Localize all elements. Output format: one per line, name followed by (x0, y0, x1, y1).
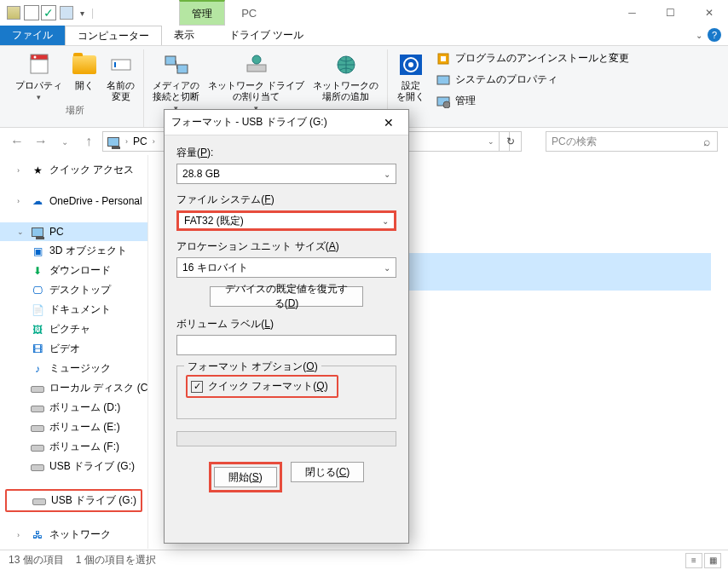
format-options-legend: フォーマット オプション(O) (184, 360, 321, 374)
uninstall-programs-link[interactable]: プログラムのアンインストールと変更 (436, 49, 629, 67)
restore-defaults-button[interactable]: デバイスの既定値を復元する(D) (210, 286, 363, 307)
rename-button[interactable]: 名前の 変更 (103, 49, 138, 104)
properties-button[interactable]: プロパティ ▾ (12, 49, 66, 104)
filesystem-label: ファイル システム(F) (176, 193, 396, 207)
filesystem-select[interactable]: FAT32 (既定)⌄ (176, 210, 396, 231)
allocation-label: アロケーション ユニット サイズ(A) (176, 239, 396, 254)
address-dropdown[interactable]: ⌄ (482, 131, 500, 152)
dialog-close-button[interactable]: ✕ (376, 116, 402, 130)
svg-rect-7 (247, 65, 266, 72)
media-connect-button[interactable]: メディアの 接続と切断 ▾ (149, 49, 203, 114)
map-network-drive-button[interactable]: ネットワーク ドライブ の割り当て ▾ (205, 49, 308, 114)
tab-view[interactable]: 表示 (162, 26, 207, 45)
qat-checkbox-2[interactable] (41, 5, 56, 20)
svg-rect-14 (441, 56, 446, 61)
manage-link[interactable]: 管理 (436, 92, 629, 110)
dialog-title: フォーマット - USB ドライブ (G:) (171, 115, 376, 130)
capacity-select[interactable]: 28.8 GB⌄ (176, 164, 396, 184)
menu-tabs: ファイル コンピューター 表示 ドライブ ツール ⌄ ? (0, 26, 728, 46)
qat-checkbox-1[interactable] (24, 5, 39, 20)
sidebar-usb-drive-g-highlighted[interactable]: USB ドライブ (G:) (5, 489, 142, 512)
svg-rect-6 (177, 65, 188, 73)
help-button[interactable]: ? (708, 28, 721, 42)
view-details-button[interactable]: ≡ (685, 553, 702, 568)
sidebar-volume-f[interactable]: ボリューム (F:) (0, 437, 147, 457)
allocation-select[interactable]: 16 キロバイト⌄ (176, 257, 396, 278)
svg-rect-1 (31, 55, 48, 60)
app-icon (7, 6, 20, 20)
capacity-label: 容量(P): (176, 146, 396, 160)
sidebar-network[interactable]: ›🖧ネットワーク (0, 525, 147, 544)
system-properties-link[interactable]: システムのプロパティ (436, 71, 629, 89)
volume-label-label: ボリューム ラベル(L) (176, 317, 396, 331)
search-input[interactable]: PCの検索 (546, 131, 718, 152)
svg-point-8 (252, 55, 261, 64)
open-button[interactable]: 開く (67, 49, 101, 104)
ribbon-group-location: 場所 (66, 104, 84, 118)
qat-overflow[interactable]: ▾ (77, 9, 88, 18)
status-bar: 13 個の項目 1 個の項目を選択 ≡ ▦ (0, 550, 728, 570)
sidebar: ›★クイック アクセス ›☁OneDrive - Personal ⌄PC ▣3… (0, 155, 148, 549)
sidebar-desktop[interactable]: 🖵デスクトップ (0, 280, 147, 300)
volume-label-input[interactable] (176, 335, 396, 355)
close-button[interactable]: ✕ (690, 0, 728, 25)
contextual-tab-manage[interactable]: 管理 (179, 0, 225, 26)
sidebar-downloads[interactable]: ⬇ダウンロード (0, 261, 147, 280)
svg-rect-5 (165, 56, 176, 65)
tab-computer[interactable]: コンピューター (65, 26, 162, 45)
sidebar-music[interactable]: ♪ミュージック (0, 359, 147, 378)
open-settings-button[interactable]: 設定 を開く (393, 49, 428, 110)
status-selected-count: 1 個の項目を選択 (76, 553, 156, 567)
start-button[interactable]: 開始(S) (214, 467, 277, 487)
tab-file[interactable]: ファイル (0, 26, 65, 45)
format-options-fieldset: フォーマット オプション(O) ✓ クイック フォーマット(Q) (176, 366, 396, 419)
sidebar-onedrive[interactable]: ›☁OneDrive - Personal (0, 192, 147, 210)
svg-rect-15 (437, 76, 449, 84)
nav-back-button[interactable]: ← (7, 131, 27, 152)
sidebar-videos[interactable]: 🎞ビデオ (0, 339, 147, 359)
svg-rect-0 (31, 58, 48, 73)
nav-recent-caret[interactable]: ⌄ (55, 131, 75, 152)
breadcrumb-pc[interactable]: PC (133, 135, 147, 147)
nav-forward-button[interactable]: → (31, 131, 51, 152)
sidebar-volume-d[interactable]: ボリューム (D:) (0, 398, 147, 417)
close-dialog-button[interactable]: 閉じる(C) (291, 462, 365, 482)
window-title: PC (241, 7, 257, 20)
tab-drive-tools[interactable]: ドライブ ツール (217, 26, 316, 45)
refresh-button[interactable]: ↻ (500, 131, 522, 152)
sidebar-pictures[interactable]: 🖼ピクチャ (0, 320, 147, 339)
format-progress-bar (176, 431, 396, 446)
sidebar-local-disk-c[interactable]: ローカル ディスク (C:) (0, 378, 147, 398)
svg-rect-4 (114, 62, 116, 67)
view-large-icons-button[interactable]: ▦ (704, 553, 721, 568)
quick-format-checkbox[interactable]: ✓ クイック フォーマット(Q) (191, 379, 328, 394)
svg-point-17 (443, 101, 450, 108)
sidebar-documents[interactable]: 📄ドキュメント (0, 300, 147, 320)
maximize-button[interactable]: ☐ (651, 0, 690, 25)
sidebar-3d-objects[interactable]: ▣3D オブジェクト (0, 241, 147, 261)
minimize-button[interactable]: ─ (613, 0, 651, 25)
sidebar-usb-drive-g[interactable]: USB ドライブ (G:) (0, 457, 147, 476)
add-network-location-button[interactable]: ネットワークの 場所の追加 (309, 49, 382, 114)
format-dialog: フォーマット - USB ドライブ (G:) ✕ 容量(P): 28.8 GB⌄… (164, 109, 409, 544)
nav-up-button[interactable]: ↑ (78, 131, 99, 152)
ribbon-collapse[interactable]: ⌄ (696, 31, 702, 40)
svg-point-12 (408, 62, 413, 67)
sidebar-quick-access[interactable]: ›★クイック アクセス (0, 160, 147, 180)
titlebar: ▾ | 管理 PC ─ ☐ ✕ (0, 0, 728, 26)
status-item-count: 13 個の項目 (9, 553, 64, 567)
sidebar-pc[interactable]: ⌄PC (0, 222, 147, 241)
pc-icon (60, 6, 73, 20)
sidebar-volume-e[interactable]: ボリューム (E:) (0, 417, 147, 437)
svg-point-2 (33, 56, 36, 59)
